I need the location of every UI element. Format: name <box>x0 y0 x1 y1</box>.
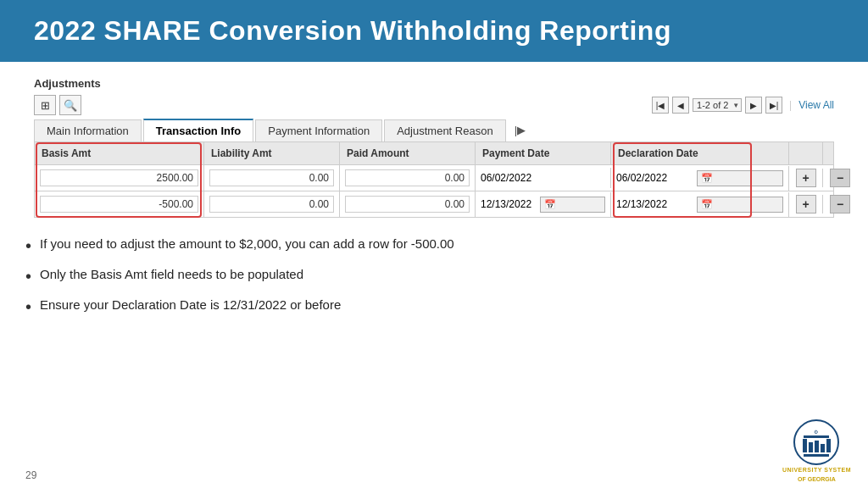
tab-bar: Main Information Transaction Info Paymen… <box>34 119 834 142</box>
view-all-link[interactable]: View All <box>798 99 834 111</box>
row2-payment-calendar-icon[interactable]: 📅 <box>540 197 605 213</box>
bullet-item-3: • Ensure your Declaration Date is 12/31/… <box>25 297 843 316</box>
grid-icon: ⊞ <box>41 99 50 112</box>
page-header: 2022 SHARE Conversion Withholding Report… <box>0 0 868 62</box>
bullet-list: • If you need to adjust the amount to $2… <box>0 226 868 333</box>
row2-liability-amt <box>204 191 340 217</box>
col-add <box>789 142 823 164</box>
col-declaration-date: Declaration Date <box>611 142 789 164</box>
col-paid-amount: Paid Amount <box>340 142 476 164</box>
usg-logo: ⚙ UNIVERSITY SYSTEM OF GEORGIA <box>782 419 851 483</box>
row2-remove-button[interactable]: − <box>830 195 850 214</box>
row1-paid-amount-input[interactable] <box>345 169 470 186</box>
toolbar-left: ⊞ 🔍 <box>34 95 81 115</box>
search-icon: 🔍 <box>64 99 77 112</box>
bullet-text-2: Only the Basis Amt field needs to be pop… <box>40 267 303 281</box>
row2-declaration-calendar-icon[interactable]: 📅 <box>697 197 783 213</box>
row1-basis-amt <box>35 165 204 191</box>
bullet-dot-1: • <box>25 236 31 255</box>
bullet-dot-3: • <box>25 297 31 316</box>
row1-liability-amt <box>204 165 340 191</box>
col-remove <box>823 142 857 164</box>
toolbar: ⊞ 🔍 |◀ ◀ 1-2 of 2 ▼ ▶ ▶| | View All <box>34 95 834 115</box>
header-title: 2022 SHARE Conversion Withholding Report… <box>34 15 671 46</box>
last-page-button[interactable]: ▶| <box>765 97 782 114</box>
row2-remove-action: − <box>823 195 857 214</box>
row1-payment-date-value: 06/02/2022 <box>481 172 605 184</box>
table-row: 12/13/2022 📅 12/13/2022 📅 + − <box>35 191 833 217</box>
usg-columns <box>803 439 831 452</box>
col-liability-amt: Liability Amt <box>204 142 340 164</box>
row2-basis-amt <box>35 191 204 217</box>
row2-payment-date-value: 12/13/2022 <box>481 198 537 210</box>
main-content: Adjustments ⊞ 🔍 |◀ ◀ 1-2 of 2 ▼ ▶ ▶| | V… <box>0 62 868 226</box>
row2-declaration-date: 12/13/2022 📅 <box>611 192 789 217</box>
section-label: Adjustments <box>34 77 834 90</box>
row1-declaration-date: 06/02/2022 📅 <box>611 166 789 191</box>
row1-remove-action: − <box>823 169 857 187</box>
bullet-text-3: Ensure your Declaration Date is 12/31/20… <box>40 297 341 312</box>
adjustments-table: Basis Amt Liability Amt Paid Amount Paym… <box>34 142 834 218</box>
prev-page-button[interactable]: ◀ <box>672 97 689 114</box>
tab-more[interactable]: |▶ <box>508 119 532 141</box>
footer: 29 <box>25 469 36 481</box>
bullet-item-1: • If you need to adjust the amount to $2… <box>25 236 843 255</box>
col-payment-date: Payment Date <box>476 142 611 164</box>
tab-transaction-info[interactable]: Transaction Info <box>143 119 253 141</box>
row1-paid-amount <box>340 165 476 191</box>
row1-declaration-calendar-icon[interactable]: 📅 <box>697 170 783 186</box>
usg-col-2 <box>809 442 813 452</box>
row2-paid-amount-input[interactable] <box>345 196 470 213</box>
row1-liability-amt-input[interactable] <box>209 169 334 186</box>
bullet-text-1: If you need to adjust the amount to $2,0… <box>40 236 454 251</box>
table-row: 06/02/2022 06/02/2022 📅 + − <box>35 165 833 191</box>
row2-payment-date: 12/13/2022 📅 <box>476 192 611 217</box>
next-page-button[interactable]: ▶ <box>745 97 762 114</box>
usg-col-5 <box>826 439 831 452</box>
page-selector-wrapper: 1-2 of 2 ▼ <box>693 98 742 112</box>
row2-paid-amount <box>340 191 476 217</box>
row2-basis-amt-input[interactable] <box>40 196 198 213</box>
usg-text-line1: UNIVERSITY SYSTEM <box>782 467 851 474</box>
usg-text-line2: OF GEORGIA <box>798 476 836 483</box>
usg-top-bar <box>804 435 829 438</box>
search-button[interactable]: 🔍 <box>59 95 81 115</box>
tab-payment-information[interactable]: Payment Information <box>255 119 382 141</box>
row1-add-button[interactable]: + <box>796 169 816 187</box>
row2-add-action: + <box>789 195 823 214</box>
bullet-dot-2: • <box>25 267 31 286</box>
page-number: 29 <box>25 469 36 481</box>
col-basis-amt: Basis Amt <box>35 142 204 164</box>
tab-main-information[interactable]: Main Information <box>34 119 142 141</box>
first-page-button[interactable]: |◀ <box>652 97 669 114</box>
usg-col-1 <box>803 439 807 452</box>
tab-adjustment-reason[interactable]: Adjustment Reason <box>384 119 505 141</box>
usg-base <box>804 454 829 457</box>
row2-add-button[interactable]: + <box>796 195 816 214</box>
row1-add-action: + <box>789 169 823 187</box>
row1-declaration-date-value: 06/02/2022 <box>616 172 694 184</box>
row1-basis-amt-input[interactable] <box>40 169 198 186</box>
page-select[interactable]: 1-2 of 2 <box>693 98 742 112</box>
usg-circle-icon: ⚙ <box>793 419 839 465</box>
bullet-item-2: • Only the Basis Amt field needs to be p… <box>25 267 843 286</box>
grid-button[interactable]: ⊞ <box>34 95 56 115</box>
usg-col-4 <box>821 444 825 452</box>
toolbar-right: |◀ ◀ 1-2 of 2 ▼ ▶ ▶| | View All <box>652 97 834 114</box>
row2-liability-amt-input[interactable] <box>209 196 334 213</box>
table-container: Basis Amt Liability Amt Paid Amount Paym… <box>34 142 834 218</box>
usg-inner: ⚙ <box>803 429 831 457</box>
usg-col-3 <box>815 441 819 452</box>
row2-declaration-date-value: 12/13/2022 <box>616 198 694 210</box>
row1-payment-date: 06/02/2022 <box>476 168 611 188</box>
row1-remove-button[interactable]: − <box>830 169 850 187</box>
table-header: Basis Amt Liability Amt Paid Amount Paym… <box>35 142 833 165</box>
